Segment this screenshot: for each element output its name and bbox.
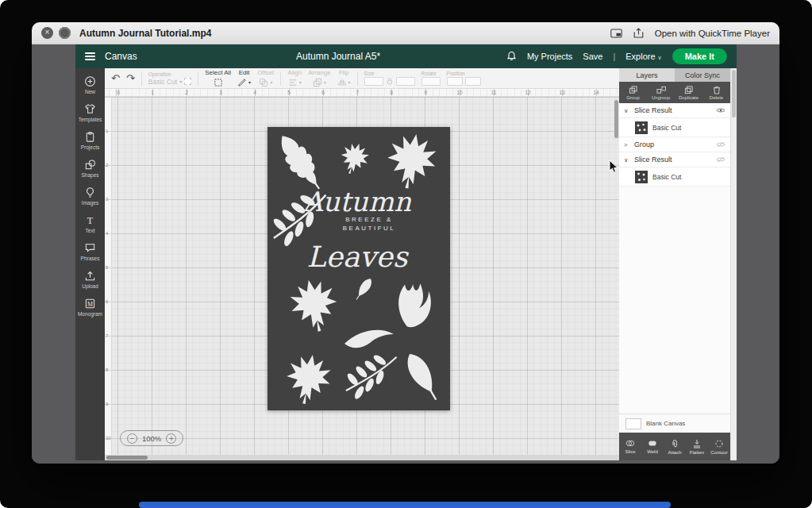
layer-row[interactable]: Basic Cut xyxy=(619,167,730,187)
sidebar-item-phrases[interactable]: Phrases xyxy=(75,239,105,264)
blank-canvas-row[interactable]: Blank Canvas xyxy=(619,414,730,433)
background-accent-bar xyxy=(139,502,671,508)
design-artboard[interactable]: Autumn BREEZE & BEAUTIFUL Leaves xyxy=(267,127,450,410)
tab-color-sync[interactable]: Color Sync xyxy=(675,68,730,82)
close-icon[interactable]: × xyxy=(41,27,53,39)
sidebar-item-templates[interactable]: Templates xyxy=(75,100,105,125)
weld-button[interactable]: Weld xyxy=(641,433,664,460)
toolbar-divider xyxy=(280,71,281,86)
video-frame[interactable]: Canvas Autumn Journal A5* My Projects Sa… xyxy=(32,44,779,464)
layer-list: ∨ Slice Result Basic Cut > Gro xyxy=(619,103,730,433)
edit-toolbar: ↶ ↷ Operation Basic Cut ▾ xyxy=(105,68,619,89)
titlebar: × Autumn Journal Tutorial.mp4 Open with … xyxy=(32,22,779,44)
bell-icon[interactable] xyxy=(506,51,517,63)
position-y-input xyxy=(465,77,481,86)
vertical-ruler: 1 2 3 4 5 6 7 8 9 10 xyxy=(105,97,112,460)
attach-button[interactable]: Attach xyxy=(664,433,686,460)
duplicate-icon xyxy=(684,86,694,94)
quicktime-window: × Autumn Journal Tutorial.mp4 Open with … xyxy=(32,22,779,464)
app-header: Canvas Autumn Journal A5* My Projects Sa… xyxy=(75,44,737,68)
svg-text:T: T xyxy=(87,215,94,226)
tool-sidebar: New Templates Projects Shapes xyxy=(75,68,105,460)
nav-canvas-label[interactable]: Canvas xyxy=(105,51,137,62)
rotate-group: Rotate xyxy=(421,71,441,86)
zoom-level: 100% xyxy=(142,434,161,443)
save-link[interactable]: Save xyxy=(583,52,602,61)
toolbar-divider xyxy=(357,71,358,86)
group-icon xyxy=(629,86,638,94)
layer-group-row[interactable]: ∨ Slice Result xyxy=(619,152,730,167)
svg-text:Leaves: Leaves xyxy=(307,241,410,273)
sidebar-item-monogram[interactable]: M Monogram xyxy=(75,294,105,320)
ungroup-button[interactable]: Ungroup xyxy=(647,82,675,103)
width-input xyxy=(364,77,383,86)
undo-button[interactable]: ↶ xyxy=(111,73,120,83)
canvas-color-swatch xyxy=(625,418,641,429)
share-icon[interactable] xyxy=(633,28,644,38)
offset-icon xyxy=(259,78,268,87)
caret-down-icon: ▾ xyxy=(299,79,302,85)
sidebar-item-new[interactable]: New xyxy=(75,72,105,98)
canvas-vertical-scrollbar[interactable] xyxy=(614,100,618,138)
sidebar-item-images[interactable]: Images xyxy=(75,183,105,209)
visibility-off-icon[interactable] xyxy=(716,141,725,148)
browser-scroll-thumb[interactable] xyxy=(732,70,736,117)
zoom-out-button[interactable]: − xyxy=(127,433,137,444)
select-all-button[interactable]: Select All xyxy=(205,70,231,87)
design-space-window: Canvas Autumn Journal A5* My Projects Sa… xyxy=(75,44,737,460)
svg-text:Autumn: Autumn xyxy=(302,186,411,217)
zoom-in-button[interactable]: + xyxy=(166,433,176,444)
my-projects-link[interactable]: My Projects xyxy=(527,52,572,61)
open-with-quicktime-button[interactable]: Open with QuickTime Player xyxy=(655,29,770,38)
redo-button[interactable]: ↷ xyxy=(126,73,135,83)
caret-down-icon: ▾ xyxy=(179,79,182,84)
zoom-control: − 100% + xyxy=(120,430,183,446)
layer-group-row[interactable]: ∨ Slice Result xyxy=(619,103,730,118)
contour-button[interactable]: Contour xyxy=(708,433,730,460)
horizontal-ruler: 0 1 2 3 4 5 6 7 8 9 10 11 12 13 xyxy=(105,89,619,97)
layer-row[interactable]: Basic Cut xyxy=(619,118,730,137)
group-button[interactable]: Group xyxy=(619,82,647,103)
edit-button[interactable]: Edit ▾ xyxy=(237,70,251,87)
arrange-icon xyxy=(313,78,322,87)
picture-in-picture-icon[interactable] xyxy=(610,29,622,38)
tab-layers[interactable]: Layers xyxy=(619,68,675,82)
flatten-button[interactable]: Flatten xyxy=(686,433,708,460)
window-title: Autumn Journal Tutorial.mp4 xyxy=(79,28,211,39)
operation-dropdown: Basic Cut ▾ xyxy=(148,78,191,86)
explore-menu[interactable]: Explore∨ xyxy=(625,52,661,61)
screen: × Autumn Journal Tutorial.mp4 Open with … xyxy=(0,0,812,508)
panel-tabs: Layers Color Sync xyxy=(619,68,730,82)
canvas-horizontal-scrollbar xyxy=(105,455,619,460)
select-all-icon xyxy=(214,78,223,87)
svg-text:M: M xyxy=(87,301,93,308)
chevron-right-icon[interactable]: > xyxy=(624,141,631,148)
sidebar-item-shapes[interactable]: Shapes xyxy=(75,156,105,181)
visibility-off-icon[interactable] xyxy=(716,156,725,163)
layers-panel: Layers Color Sync Group Ungroup xyxy=(619,68,730,460)
header-divider: | xyxy=(613,52,615,61)
caret-down-icon: ▾ xyxy=(348,79,351,85)
visibility-on-icon[interactable] xyxy=(716,107,725,114)
sidebar-item-upload[interactable]: Upload xyxy=(75,267,105,292)
plus-circle-icon xyxy=(84,75,96,87)
caret-down-icon: ▾ xyxy=(248,79,251,85)
toolbar-divider xyxy=(141,71,142,86)
layer-list-spacer xyxy=(619,187,730,414)
slice-button[interactable]: Slice xyxy=(619,433,641,460)
horizontal-scroll-thumb[interactable] xyxy=(106,456,148,460)
operation-group: Operation Basic Cut ▾ xyxy=(148,71,191,86)
make-it-button[interactable]: Make It xyxy=(672,48,727,64)
design-canvas[interactable]: Autumn BREEZE & BEAUTIFUL Leaves − xyxy=(112,97,619,460)
chevron-down-icon[interactable]: ∨ xyxy=(624,156,631,164)
flip-icon xyxy=(337,78,347,87)
delete-button[interactable]: Delete xyxy=(702,82,730,103)
duplicate-button[interactable]: Duplicate xyxy=(675,82,702,103)
svg-text:BREEZE &: BREEZE & xyxy=(345,216,393,223)
layer-thumbnail xyxy=(635,121,648,134)
layer-group-row[interactable]: > Group xyxy=(619,137,730,152)
sidebar-item-projects[interactable]: Projects xyxy=(75,128,105,153)
menu-icon[interactable] xyxy=(85,52,95,60)
sidebar-item-text[interactable]: T Text xyxy=(75,211,105,237)
chevron-down-icon[interactable]: ∨ xyxy=(624,107,631,114)
